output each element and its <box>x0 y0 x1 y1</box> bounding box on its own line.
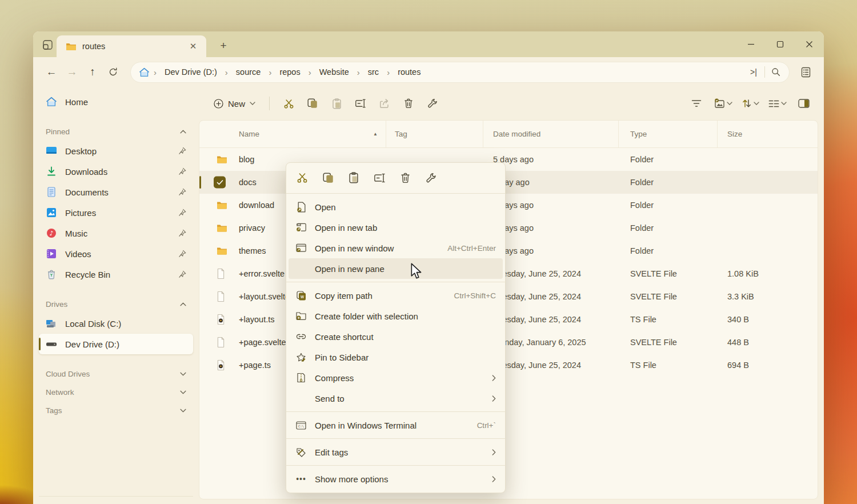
breadcrumb-dev-drive[interactable]: Dev Drive (D:) <box>159 65 222 79</box>
sidebar-item-desktop[interactable]: Desktop <box>39 141 193 161</box>
delete-button[interactable] <box>397 93 421 114</box>
menu-item-create-shortcut[interactable]: Create shortcut <box>286 326 505 347</box>
cut-icon <box>284 99 294 109</box>
column-header-size[interactable]: Size <box>718 121 818 147</box>
sidebar-item-label: Documents <box>65 187 178 197</box>
pin-star-icon <box>296 353 306 362</box>
task-queue-button[interactable] <box>795 62 816 82</box>
column-label: Name <box>239 130 259 138</box>
breadcrumb-source[interactable]: source <box>231 65 266 79</box>
close-button[interactable] <box>795 31 824 57</box>
sidebar-item-videos[interactable]: Videos <box>39 243 193 264</box>
sidebar-item-recycle-bin[interactable]: Recycle Bin <box>39 264 193 285</box>
refresh-icon <box>109 67 118 77</box>
home-icon[interactable] <box>139 67 150 77</box>
menu-item-compress[interactable]: Compress <box>286 367 505 388</box>
menu-item-edit-tags[interactable]: Edit tags <box>286 442 505 462</box>
filter-button[interactable] <box>684 93 708 114</box>
pin-icon[interactable] <box>178 188 186 196</box>
back-button[interactable]: ← <box>41 62 62 82</box>
minimize-button[interactable] <box>736 31 766 57</box>
menu-item-open[interactable]: Open <box>286 197 505 217</box>
file-name: +page.svelte <box>239 338 286 347</box>
chevron-up-icon <box>180 302 186 306</box>
new-tab-button[interactable]: + <box>215 37 232 54</box>
layout-button[interactable] <box>764 93 791 114</box>
menu-item-open-in-new-window[interactable]: Open in new window Alt+Ctrl+Enter <box>286 238 505 258</box>
jump-to-end-button[interactable]: >| <box>744 63 763 81</box>
menu-item-create-folder-with-selection[interactable]: Create folder with selection <box>286 306 505 326</box>
section-label: Cloud Drives <box>46 370 180 378</box>
menu-item-copy-item-path[interactable]: w Copy item path Ctrl+Shift+C <box>286 285 505 306</box>
delete-button[interactable] <box>395 168 415 187</box>
pin-icon[interactable] <box>178 250 186 258</box>
new-button[interactable]: New <box>207 93 262 114</box>
sidebar-item-music[interactable]: ♪ Music <box>39 223 193 243</box>
column-header-date-modified[interactable]: Date modified <box>483 121 619 147</box>
refresh-button[interactable] <box>103 62 123 82</box>
tab-close-button[interactable]: ✕ <box>186 39 201 54</box>
menu-item-label: Open in new tab <box>315 223 496 233</box>
pin-icon[interactable] <box>178 229 186 237</box>
menu-item-pin-to-sidebar[interactable]: Pin to Sidebar <box>286 347 505 367</box>
pin-icon[interactable] <box>178 270 186 278</box>
sidebar-section-pinned[interactable]: Pinned <box>39 122 193 141</box>
sidebar-section-network[interactable]: Network <box>39 383 193 401</box>
tab-routes[interactable]: routes ✕ <box>57 35 206 57</box>
sidebar-item-downloads[interactable]: Downloads <box>39 161 193 182</box>
sidebar-section-tags[interactable]: Tags <box>39 401 193 419</box>
paste-button[interactable] <box>343 168 364 187</box>
paste-button[interactable] <box>325 93 349 114</box>
sidebar-item-home[interactable]: Home <box>39 91 193 112</box>
view-mode-button[interactable] <box>710 93 736 114</box>
menu-item-send-to[interactable]: Send to <box>286 388 505 409</box>
forward-button[interactable]: → <box>62 62 82 82</box>
up-button[interactable]: ↑ <box>82 62 103 82</box>
copy-button[interactable] <box>318 168 338 187</box>
filter-icon <box>691 99 702 107</box>
preview-pane-toggle[interactable] <box>792 93 816 114</box>
rename-button[interactable] <box>349 93 373 114</box>
minimize-icon <box>747 41 755 48</box>
delete-icon <box>401 173 410 183</box>
sidebar-section-cloud-drives[interactable]: Cloud Drives <box>39 365 193 383</box>
sidebar-item-pictures[interactable]: Pictures <box>39 202 193 223</box>
column-header-tag[interactable]: Tag <box>386 121 483 147</box>
properties-button[interactable] <box>421 168 441 187</box>
search-button[interactable] <box>766 63 786 81</box>
breadcrumb-website[interactable]: Website <box>314 65 354 79</box>
cut-button[interactable] <box>292 168 313 187</box>
sidebar-item-documents[interactable]: Documents <box>39 182 193 202</box>
breadcrumb-repos[interactable]: repos <box>274 65 305 79</box>
menu-item-open-in-windows-terminal[interactable]: C:\ Open in Windows Terminal Ctrl+` <box>286 415 505 435</box>
address-bar[interactable]: › Dev Drive (D:) › source › repos › Webs… <box>130 62 790 83</box>
copy-button[interactable] <box>301 93 325 114</box>
selected-checkbox[interactable] <box>214 177 226 189</box>
rename-button[interactable] <box>369 168 390 187</box>
column-header-type[interactable]: Type <box>619 121 718 147</box>
cut-button[interactable] <box>277 93 301 114</box>
submenu-chevron-icon <box>492 375 496 381</box>
sort-button[interactable] <box>738 93 763 114</box>
sidebar-section-drives[interactable]: Drives <box>39 295 193 313</box>
paste-icon <box>332 98 342 109</box>
maximize-button[interactable] <box>766 31 795 57</box>
menu-item-show-more-options[interactable]: ••• Show more options <box>286 469 505 489</box>
sidebar-item-dev-drive-d[interactable]: Dev Drive (D:) <box>39 334 193 354</box>
pin-icon[interactable] <box>178 147 186 155</box>
column-header-name[interactable]: Name ▲ <box>199 121 386 147</box>
menu-item-open-in-new-pane[interactable]: Open in new pane <box>289 258 503 279</box>
copy-path-icon: w <box>297 291 306 301</box>
breadcrumb-routes[interactable]: routes <box>393 65 426 79</box>
share-button[interactable] <box>373 93 397 114</box>
sidebar-item-local-disk-c[interactable]: Local Disk (C:) <box>39 313 193 334</box>
menu-item-open-in-new-tab[interactable]: Open in new tab <box>286 217 505 238</box>
wrench-icon <box>426 173 436 183</box>
file-size: 448 B <box>718 338 818 347</box>
properties-button[interactable] <box>421 93 444 114</box>
pin-icon[interactable] <box>178 209 186 217</box>
tab-list-button[interactable] <box>39 37 55 53</box>
pin-icon[interactable] <box>178 167 186 175</box>
breadcrumb-src[interactable]: src <box>363 65 384 79</box>
menu-item-label: Send to <box>315 394 485 403</box>
